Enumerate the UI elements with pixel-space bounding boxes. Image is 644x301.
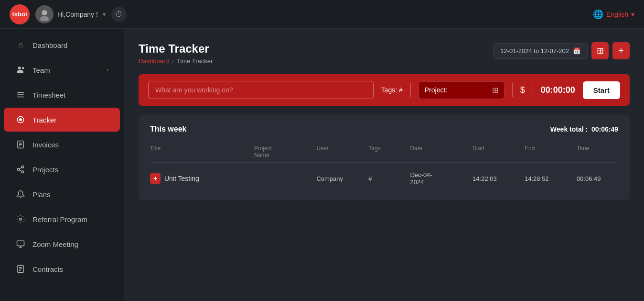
sidebar-item-dashboard[interactable]: ⌂ Dashboard	[4, 33, 120, 57]
sidebar-label-team: Team	[32, 66, 50, 74]
sidebar-item-tracker[interactable]: Tracker	[4, 108, 120, 132]
sidebar-item-zoom[interactable]: Zoom Meeting	[4, 232, 120, 256]
sidebar-item-invoices[interactable]: Invoices	[4, 133, 120, 156]
col-start: Start	[472, 145, 525, 158]
sidebar-label-projects: Projects	[32, 166, 58, 174]
project-selector[interactable]: Project: ⊞	[419, 81, 504, 99]
svg-point-3	[22, 67, 24, 69]
svg-line-17	[19, 167, 21, 169]
week-total-value: 00:06:49	[591, 125, 618, 133]
sidebar-label-contracts: Contracts	[32, 265, 63, 273]
main-layout: ⌂ Dashboard Team › Timesheet Tracker	[0, 29, 644, 301]
date-range-picker[interactable]: 12-01-2024 to 12-07-202 📅	[493, 43, 588, 59]
page-title: Time Tracker	[139, 42, 213, 56]
breadcrumb-current: Time Tracker	[177, 57, 213, 65]
sidebar-label-dashboard: Dashboard	[32, 41, 67, 49]
sidebar-label-tracker: Tracker	[32, 116, 56, 124]
week-total-label: Week total :	[550, 125, 588, 133]
breadcrumb: Dashboard › Time Tracker	[139, 57, 213, 65]
row-user: Company	[316, 175, 368, 182]
globe-icon: 🌐	[593, 9, 603, 20]
content-area: Time Tracker Dashboard › Time Tracker 12…	[124, 29, 644, 301]
svg-line-16	[19, 170, 21, 171]
tags-label: Tags: #	[381, 86, 403, 94]
row-title-text: Unit Testing	[164, 175, 199, 182]
page-header-left: Time Tracker Dashboard › Time Tracker	[139, 42, 213, 65]
topbar-left: tsboi Hi,Company ! ▾ ⏱	[10, 4, 127, 24]
user-greeting: Hi,Company !	[57, 11, 98, 18]
sidebar-item-plans[interactable]: Plans	[4, 182, 120, 206]
col-title: Title	[150, 145, 254, 158]
contracts-icon	[15, 264, 26, 274]
svg-point-1	[40, 16, 49, 21]
timesheet-icon	[15, 89, 26, 100]
language-selector[interactable]: 🌐 English ▾	[593, 9, 634, 20]
week-header: This week Week total : 00:06:49	[150, 125, 618, 134]
tags-section: Tags: #	[381, 86, 403, 94]
svg-point-8	[20, 119, 22, 121]
col-project: ProjectName	[254, 145, 317, 158]
week-section: This week Week total : 00:06:49 Title Pr…	[139, 115, 630, 200]
language-label: English	[606, 11, 628, 18]
user-dropdown-chevron: ▾	[103, 11, 106, 18]
sidebar-item-contracts[interactable]: Contracts	[4, 257, 120, 281]
row-time: 00:06:49	[577, 175, 618, 182]
table-row: + Unit Testing Company # Dec-04-2024 14:…	[150, 167, 618, 190]
sidebar-label-invoices: Invoices	[32, 141, 59, 149]
invoices-icon	[15, 139, 26, 150]
zoom-icon	[15, 239, 26, 249]
svg-point-2	[18, 67, 21, 69]
home-icon: ⌂	[15, 40, 26, 50]
timer-icon[interactable]: ⏱	[111, 7, 127, 22]
start-button[interactable]: Start	[583, 81, 620, 99]
svg-rect-19	[17, 241, 24, 246]
tracker-icon	[15, 114, 26, 125]
breadcrumb-separator: ›	[172, 57, 174, 65]
week-total: Week total : 00:06:49	[550, 125, 618, 133]
expand-row-button[interactable]: +	[150, 173, 161, 184]
task-input[interactable]	[148, 81, 374, 99]
project-label: Project:	[425, 86, 447, 94]
projects-icon	[15, 164, 26, 175]
topbar-right: 🌐 English ▾	[593, 9, 634, 20]
row-title-cell: + Unit Testing	[150, 173, 254, 184]
row-start: 14:22:03	[472, 175, 525, 182]
referral-icon	[15, 214, 26, 224]
divider-3	[533, 83, 533, 97]
dollar-icon: $	[520, 85, 525, 95]
time-display: 00:00:00	[541, 85, 575, 95]
sidebar-label-zoom: Zoom Meeting	[32, 240, 78, 248]
team-icon	[15, 65, 26, 75]
date-range-text: 12-01-2024 to 12-07-202	[500, 47, 569, 55]
logo: tsboi	[10, 4, 30, 24]
avatar	[35, 5, 54, 23]
svg-point-18	[20, 218, 22, 221]
grid-icon: ⊞	[492, 86, 498, 95]
team-chevron-icon: ›	[107, 67, 108, 73]
sidebar-label-referral: Referral Program	[32, 215, 87, 223]
week-title: This week	[150, 125, 186, 134]
svg-point-14	[17, 168, 20, 171]
sidebar-item-referral[interactable]: Referral Program	[4, 207, 120, 231]
page-header: Time Tracker Dashboard › Time Tracker 12…	[139, 42, 630, 65]
language-chevron: ▾	[631, 11, 634, 18]
svg-point-0	[42, 10, 47, 15]
table-view-button[interactable]: ⊞	[591, 42, 609, 59]
sidebar-item-projects[interactable]: Projects	[4, 157, 120, 181]
col-tags: Tags	[368, 145, 410, 158]
row-end: 14:28:52	[525, 175, 577, 182]
sidebar-item-timesheet[interactable]: Timesheet	[4, 83, 120, 107]
table-header: Title ProjectName User Tags Date Start E…	[150, 141, 618, 163]
col-end: End	[525, 145, 577, 158]
add-entry-button[interactable]: +	[612, 42, 630, 59]
col-user: User	[316, 145, 368, 158]
breadcrumb-home[interactable]: Dashboard	[139, 57, 169, 65]
user-section[interactable]: Hi,Company ! ▾	[35, 5, 106, 23]
tracker-bar: Tags: # Project: ⊞ $ 00:00:00 Start	[139, 74, 630, 106]
divider-2	[512, 83, 513, 97]
topbar: tsboi Hi,Company ! ▾ ⏱ 🌐 English ▾	[0, 0, 644, 29]
sidebar: ⌂ Dashboard Team › Timesheet Tracker	[0, 29, 124, 301]
sidebar-item-team[interactable]: Team ›	[4, 58, 120, 82]
svg-point-15	[21, 171, 24, 173]
col-date: Date	[410, 145, 472, 158]
